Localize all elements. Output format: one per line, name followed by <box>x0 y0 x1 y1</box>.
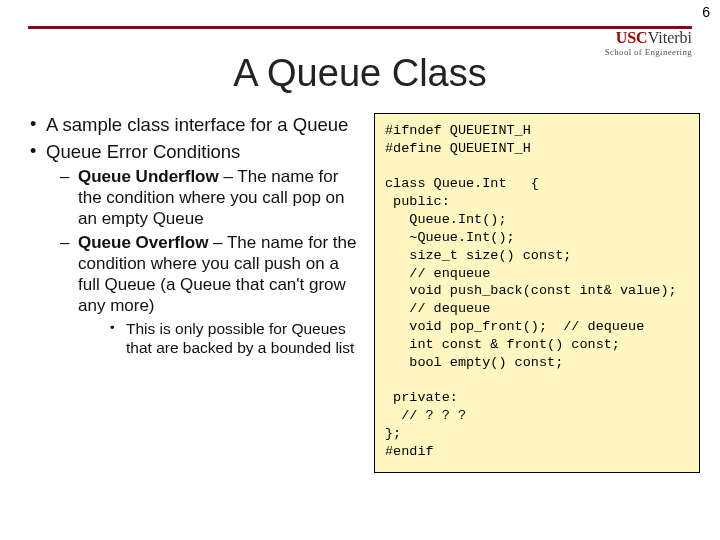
logo-subtitle: School of Engineering <box>605 48 692 57</box>
bullet-column: A sample class interface for a Queue Que… <box>28 113 360 473</box>
page-number: 6 <box>702 4 710 20</box>
sub-sub-bullet-bounded: This is only possible for Queues that ar… <box>78 320 360 358</box>
sub-bullet-overflow-lead: Queue Overflow <box>78 233 208 252</box>
bullet-1: A sample class interface for a Queue <box>28 113 360 136</box>
logo-viterbi-text: Viterbi <box>648 29 692 46</box>
sub-bullet-underflow: Queue Underflow – The name for the condi… <box>46 167 360 229</box>
code-block: #ifndef QUEUEINT_H #define QUEUEINT_H cl… <box>374 113 700 473</box>
header-divider <box>28 26 692 29</box>
slide-title: A Queue Class <box>0 52 720 95</box>
sub-bullet-underflow-lead: Queue Underflow <box>78 167 219 186</box>
usc-viterbi-logo: USCViterbi School of Engineering <box>605 30 692 57</box>
bullet-2: Queue Error Conditions Queue Underflow –… <box>28 140 360 358</box>
slide-content: A sample class interface for a Queue Que… <box>0 113 720 473</box>
sub-bullet-overflow: Queue Overflow – The name for the condit… <box>46 233 360 358</box>
logo-usc-text: USC <box>616 29 648 46</box>
bullet-2-text: Queue Error Conditions <box>46 141 240 162</box>
